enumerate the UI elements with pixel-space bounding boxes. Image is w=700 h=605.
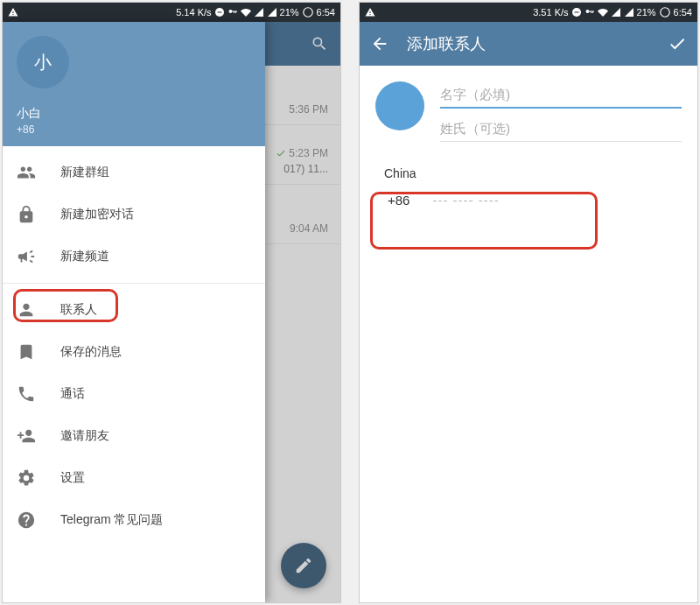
- status-battery: 21%: [280, 7, 299, 18]
- bookmark-icon: [17, 342, 36, 362]
- phone-icon: [17, 384, 36, 404]
- menu-label: 保存的消息: [60, 344, 122, 360]
- contact-avatar[interactable]: [375, 81, 424, 130]
- signal-icon: [611, 7, 621, 18]
- status-speed: 3.51 K/s: [533, 7, 568, 18]
- status-time: 6:54: [317, 7, 335, 18]
- check-icon[interactable]: [668, 34, 687, 53]
- add-contact-header: 添加联系人: [360, 22, 697, 66]
- country-code[interactable]: +86: [388, 193, 410, 208]
- key-icon: [584, 7, 595, 18]
- person-add-icon: [17, 426, 36, 446]
- user-name: 小白: [17, 106, 41, 122]
- country-selector[interactable]: China: [384, 166, 673, 180]
- menu-label: 设置: [60, 470, 85, 486]
- phone-placeholder[interactable]: --- ---- ----: [432, 193, 499, 208]
- avatar-initial: 小: [34, 51, 52, 74]
- battery-circle-icon: [302, 6, 314, 18]
- menu-new-group[interactable]: 新建群组: [3, 151, 265, 193]
- menu-label: 邀请朋友: [60, 428, 109, 444]
- svg-rect-1: [217, 12, 221, 13]
- add-contact-form: China +86 --- ---- ----: [360, 66, 697, 230]
- phone-input-row[interactable]: +86 --- ---- ----: [384, 186, 673, 215]
- wifi-icon: [241, 7, 251, 18]
- menu-divider: [3, 283, 265, 284]
- gear-icon: [17, 468, 36, 488]
- drawer-menu: 新建群组 新建加密对话 新建频道 联系人 保存的消息 通话: [3, 146, 265, 602]
- warning-icon: [365, 7, 375, 18]
- menu-label: 新建频道: [60, 249, 109, 264]
- person-icon: [17, 300, 36, 320]
- signal-icon: [624, 7, 634, 18]
- drawer-header: 小 小白 +86: [3, 22, 265, 146]
- svg-point-5: [660, 8, 669, 18]
- menu-faq[interactable]: Telegram 常见问题: [3, 499, 265, 541]
- navigation-drawer: 小 小白 +86 新建群组 新建加密对话 新建频道 联系人: [3, 22, 265, 602]
- group-icon: [17, 163, 36, 182]
- wifi-icon: [598, 7, 608, 18]
- lock-icon: [17, 205, 36, 224]
- help-icon: [17, 510, 36, 530]
- first-name-input[interactable]: [440, 81, 682, 109]
- megaphone-icon: [17, 247, 36, 266]
- last-name-input[interactable]: [440, 116, 682, 142]
- warning-icon: [8, 7, 18, 18]
- user-avatar[interactable]: 小: [17, 36, 69, 88]
- status-time: 6:54: [674, 7, 692, 18]
- drawer-scrim[interactable]: [265, 22, 340, 602]
- status-bar: 5.14 K/s 21% 6:54: [3, 3, 340, 22]
- signal-icon: [267, 7, 277, 18]
- menu-label: 联系人: [60, 302, 97, 318]
- menu-invite[interactable]: 邀请朋友: [3, 415, 265, 457]
- menu-new-channel[interactable]: 新建频道: [3, 236, 265, 278]
- menu-label: 新建加密对话: [60, 207, 134, 222]
- minus-circle-icon: [571, 7, 582, 18]
- minus-circle-icon: [214, 7, 225, 18]
- menu-settings[interactable]: 设置: [3, 457, 265, 499]
- user-phone: +86: [17, 123, 41, 136]
- status-speed: 5.14 K/s: [176, 7, 211, 18]
- status-bar: 3.51 K/s 21% 6:54: [360, 3, 697, 22]
- status-battery: 21%: [637, 7, 656, 18]
- menu-saved[interactable]: 保存的消息: [3, 331, 265, 373]
- menu-label: 新建群组: [60, 165, 109, 180]
- page-title: 添加联系人: [407, 33, 650, 54]
- menu-contacts[interactable]: 联系人: [3, 289, 265, 331]
- menu-label: Telegram 常见问题: [60, 512, 163, 528]
- battery-circle-icon: [659, 6, 671, 18]
- menu-new-secret[interactable]: 新建加密对话: [3, 193, 265, 236]
- key-icon: [228, 7, 238, 18]
- svg-rect-4: [574, 12, 578, 13]
- menu-label: 通话: [60, 386, 85, 402]
- svg-point-2: [303, 8, 312, 18]
- back-arrow-icon[interactable]: [370, 34, 389, 53]
- menu-calls[interactable]: 通话: [3, 373, 265, 415]
- signal-icon: [254, 7, 264, 18]
